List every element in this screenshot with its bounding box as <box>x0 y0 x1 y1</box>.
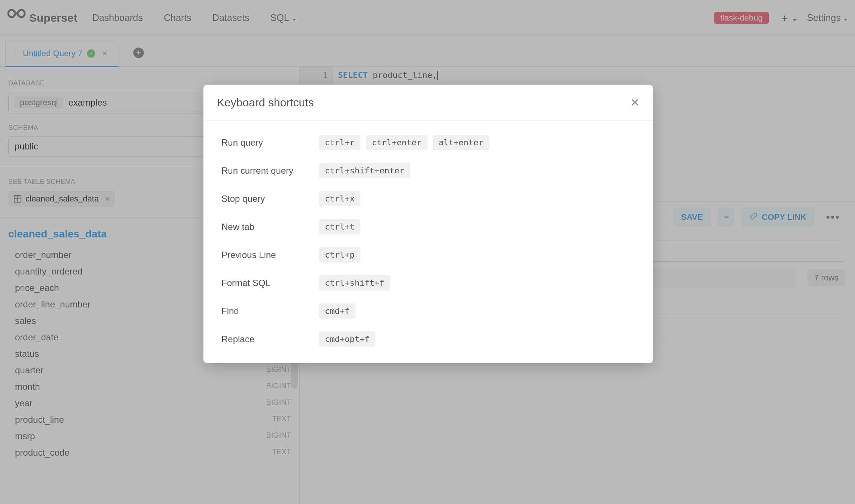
key-badge: ctrl+r <box>319 135 360 150</box>
shortcut-row: Stop queryctrl+x <box>221 191 635 206</box>
shortcut-keys: cmd+opt+f <box>319 331 635 347</box>
shortcut-keys: ctrl+shift+enter <box>319 163 635 178</box>
shortcut-row: Run current queryctrl+shift+enter <box>221 163 635 178</box>
key-badge: ctrl+shift+enter <box>319 163 410 178</box>
shortcut-label: Run current query <box>221 166 319 176</box>
shortcut-label: Stop query <box>221 194 319 204</box>
shortcut-row: Run queryctrl+rctrl+enteralt+enter <box>221 135 635 150</box>
close-icon[interactable]: ✕ <box>630 96 640 109</box>
key-badge: ctrl+enter <box>366 135 427 150</box>
shortcut-keys: cmd+f <box>319 303 635 319</box>
keyboard-shortcuts-modal: Keyboard shortcuts ✕ Run queryctrl+rctrl… <box>203 85 653 363</box>
shortcut-keys: ctrl+x <box>319 191 635 206</box>
shortcut-label: Replace <box>221 334 319 344</box>
shortcut-label: Run query <box>221 137 319 148</box>
key-badge: alt+enter <box>433 135 489 150</box>
shortcut-row: Previous Linectrl+p <box>221 247 635 262</box>
key-badge: ctrl+shift+f <box>319 275 390 291</box>
shortcut-row: New tabctrl+t <box>221 219 635 234</box>
shortcut-row: Replacecmd+opt+f <box>221 331 635 347</box>
shortcut-label: Format SQL <box>221 278 319 288</box>
modal-title: Keyboard shortcuts <box>217 96 314 109</box>
key-badge: cmd+f <box>319 303 356 319</box>
modal-header: Keyboard shortcuts ✕ <box>203 85 653 121</box>
key-badge: ctrl+t <box>319 219 360 234</box>
key-badge: cmd+opt+f <box>319 331 375 347</box>
key-badge: ctrl+p <box>319 247 360 262</box>
shortcut-keys: ctrl+rctrl+enteralt+enter <box>319 135 635 150</box>
shortcut-row: Findcmd+f <box>221 303 635 319</box>
shortcut-keys: ctrl+shift+f <box>319 275 635 291</box>
shortcut-keys: ctrl+p <box>319 247 635 262</box>
modal-body: Run queryctrl+rctrl+enteralt+enterRun cu… <box>203 121 653 363</box>
shortcut-row: Format SQLctrl+shift+f <box>221 275 635 291</box>
shortcut-label: New tab <box>221 222 319 232</box>
shortcut-label: Find <box>221 306 319 316</box>
shortcut-keys: ctrl+t <box>319 219 635 234</box>
key-badge: ctrl+x <box>319 191 360 206</box>
shortcut-label: Previous Line <box>221 250 319 260</box>
